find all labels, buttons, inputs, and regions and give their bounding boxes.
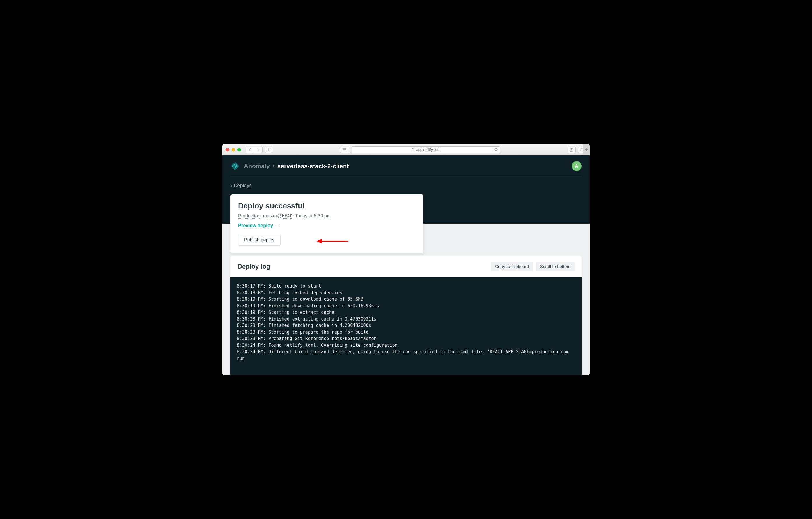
deploy-log-actions: Copy to clipboard Scroll to bottom: [491, 262, 575, 271]
chevron-left-icon: ‹: [230, 183, 232, 188]
deploy-log-card: Deploy log Copy to clipboard Scroll to b…: [230, 256, 582, 375]
annotation-arrow: [316, 238, 348, 245]
browser-window: app.netlify.com Anomaly: [222, 144, 590, 375]
deploy-log-header: Deploy log Copy to clipboard Scroll to b…: [230, 256, 582, 277]
log-line: 8:30:24 PM: Different build command dete…: [237, 349, 575, 362]
deploy-env[interactable]: Production: [238, 213, 260, 218]
scroll-to-bottom-button[interactable]: Scroll to bottom: [536, 262, 575, 271]
copy-to-clipboard-button[interactable]: Copy to clipboard: [491, 262, 533, 271]
breadcrumb-site[interactable]: serverless-stack-2-client: [278, 163, 349, 170]
deploy-status-title: Deploy successful: [238, 201, 416, 211]
sidebar-toggle-button[interactable]: [265, 146, 273, 153]
nav-back-forward: [245, 146, 262, 153]
back-button[interactable]: [246, 147, 254, 153]
share-button[interactable]: [568, 146, 576, 153]
breadcrumb-separator: ›: [273, 163, 274, 169]
reader-button[interactable]: [340, 146, 349, 153]
sidebar-icon: [267, 148, 271, 151]
chevron-left-icon: [249, 148, 252, 152]
deploy-ref[interactable]: HEAD: [282, 213, 293, 219]
summary-area: Deploy successful Production: master@HEA…: [222, 194, 590, 256]
plus-icon: [585, 148, 588, 152]
deploy-time: Today at 8:30 pm: [295, 213, 331, 218]
deploy-branch: master: [263, 213, 277, 218]
back-label: Deploys: [234, 183, 252, 189]
zoom-window-icon[interactable]: [237, 148, 241, 152]
log-line: 8:30:23 PM: Preparing Git Reference refs…: [237, 335, 575, 342]
log-line: 8:30:23 PM: Finished extracting cache in…: [237, 316, 575, 323]
lock-icon: [412, 148, 414, 152]
page: Anomaly › serverless-stack-2-client A ‹ …: [222, 155, 590, 375]
netlify-logo-icon[interactable]: [230, 161, 240, 171]
arrow-right-icon: →: [276, 223, 280, 228]
back-to-deploys-link[interactable]: ‹ Deploys: [230, 183, 252, 189]
close-window-icon[interactable]: [226, 148, 229, 152]
log-line: 8:30:18 PM: Fetching cached dependencies: [237, 290, 575, 296]
deploy-log-terminal[interactable]: 8:30:17 PM: Build ready to start8:30:18 …: [230, 277, 582, 375]
log-line: 8:30:19 PM: Starting to extract cache: [237, 309, 575, 316]
log-line: 8:30:19 PM: Starting to download cache o…: [237, 296, 575, 303]
deploy-log-section: Deploy log Copy to clipboard Scroll to b…: [222, 256, 590, 375]
reload-button[interactable]: [494, 147, 498, 152]
log-line: 8:30:23 PM: Starting to prepare the repo…: [237, 329, 575, 336]
deploy-log-title: Deploy log: [237, 263, 270, 270]
publish-deploy-button[interactable]: Publish deploy: [238, 234, 281, 246]
svg-rect-0: [267, 148, 271, 151]
log-line: 8:30:24 PM: Found netlify.toml. Overridi…: [237, 342, 575, 349]
minimize-window-icon[interactable]: [232, 148, 235, 152]
svg-marker-21: [316, 239, 322, 243]
avatar-letter: A: [575, 163, 578, 169]
address-url: app.netlify.com: [416, 148, 440, 152]
preview-deploy-link[interactable]: Preview deploy →: [238, 223, 280, 228]
log-line: 8:30:23 PM: Finished fetching cache in 4…: [237, 322, 575, 329]
deploy-meta: Production: master@HEAD. Today at 8:30 p…: [238, 213, 416, 219]
window-controls: [226, 148, 241, 152]
chevron-right-icon: [257, 148, 260, 152]
address-area: app.netlify.com: [276, 146, 565, 153]
avatar[interactable]: A: [572, 161, 582, 171]
log-line: 8:30:19 PM: Finished downloading cache i…: [237, 303, 575, 309]
breadcrumb-org[interactable]: Anomaly: [244, 163, 270, 170]
new-tab-button[interactable]: [583, 144, 590, 155]
svg-rect-5: [412, 149, 414, 151]
share-icon: [570, 148, 573, 152]
address-bar[interactable]: app.netlify.com: [352, 146, 500, 153]
site-header: Anomaly › serverless-stack-2-client A ‹ …: [222, 155, 590, 194]
back-row: ‹ Deploys: [230, 177, 582, 194]
reload-icon: [494, 147, 498, 151]
forward-button[interactable]: [254, 147, 262, 153]
browser-toolbar: app.netlify.com: [222, 144, 590, 155]
preview-deploy-label: Preview deploy: [238, 223, 273, 228]
reader-icon: [342, 148, 347, 151]
log-line: 8:30:17 PM: Build ready to start: [237, 283, 575, 290]
deploy-summary-card: Deploy successful Production: master@HEA…: [230, 194, 424, 253]
breadcrumb: Anomaly › serverless-stack-2-client A: [230, 155, 582, 177]
